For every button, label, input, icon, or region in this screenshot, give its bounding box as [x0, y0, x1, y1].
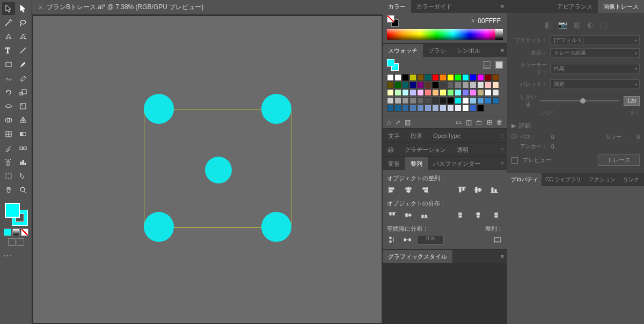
blend-tool[interactable]	[17, 142, 30, 154]
swatch-cell[interactable]	[425, 74, 431, 81]
fill-stroke-picker[interactable]	[0, 198, 32, 249]
swatch-cell[interactable]	[470, 97, 477, 104]
threshold-slider[interactable]	[540, 100, 619, 101]
none-mode-btn[interactable]	[21, 229, 28, 236]
swatch-cell[interactable]	[470, 82, 477, 89]
swatch-cell[interactable]	[417, 82, 424, 89]
swatch-cell[interactable]	[432, 82, 439, 89]
artboard-tool[interactable]	[2, 170, 15, 182]
swatch-cell[interactable]	[402, 74, 409, 81]
swatch-cell[interactable]	[409, 105, 416, 112]
shape-circle[interactable]	[144, 212, 174, 242]
rotate-tool[interactable]	[2, 86, 15, 99]
eyedropper-tool[interactable]	[2, 142, 15, 154]
lasso-tool[interactable]	[17, 16, 30, 29]
eraser-tool[interactable]	[17, 72, 30, 85]
swatch-cell[interactable]	[440, 89, 447, 96]
tab-color-guide[interactable]: カラーガイド	[411, 0, 457, 13]
swatch-options-icon[interactable]: ▥	[405, 119, 411, 126]
swatch-cell[interactable]	[387, 105, 394, 112]
trace-preset-bw-icon[interactable]: ◐	[587, 20, 594, 29]
shape-circle[interactable]	[205, 157, 232, 183]
tab-color[interactable]: カラー	[383, 0, 411, 13]
swatch-cell[interactable]	[477, 89, 484, 96]
gradient-tool[interactable]	[17, 128, 30, 141]
preset-select[interactable]: [デフォルト]	[550, 35, 640, 45]
edit-toolbar-button[interactable]: •••	[0, 249, 32, 262]
swatch-libraries-icon[interactable]: ⌂	[387, 119, 391, 126]
swatch-cell[interactable]	[447, 89, 454, 96]
panel-menu-icon[interactable]: ≡	[501, 160, 504, 167]
trace-preset-outline-icon[interactable]: ▢	[600, 20, 607, 29]
swatch-cell[interactable]	[447, 74, 454, 81]
tab-brushes[interactable]: ブラシ	[423, 44, 451, 57]
swatch-cell[interactable]	[394, 89, 401, 96]
tab-paragraph[interactable]: 段落	[405, 129, 428, 142]
swatch-cell[interactable]	[447, 82, 454, 89]
threshold-value[interactable]: 128	[624, 96, 640, 106]
spacing-input[interactable]: 0 in	[417, 235, 444, 245]
swatch-cell[interactable]	[462, 82, 469, 89]
new-color-group-icon[interactable]: ◫	[466, 119, 472, 126]
swatch-cell[interactable]	[425, 89, 431, 96]
shape-circle[interactable]	[144, 94, 174, 124]
zoom-tool[interactable]	[17, 183, 30, 196]
slice-tool[interactable]	[17, 170, 30, 182]
swatch-cell[interactable]	[485, 82, 492, 89]
swatch-cell[interactable]	[409, 82, 416, 89]
magic-wand-tool[interactable]	[2, 16, 15, 29]
screen-mode-b[interactable]	[17, 238, 24, 246]
dist-top-icon[interactable]	[387, 211, 398, 219]
swatch-cell[interactable]	[432, 105, 439, 112]
panel-menu-icon[interactable]: ≡	[501, 253, 504, 260]
swatch-cell[interactable]	[394, 105, 401, 112]
close-icon[interactable]: ×	[39, 4, 42, 11]
swatch-cell[interactable]	[462, 89, 469, 96]
fill-swatch[interactable]	[5, 203, 20, 218]
color-spectrum[interactable]	[387, 29, 503, 40]
swatch-cell[interactable]	[477, 74, 484, 81]
swatch-cell[interactable]	[477, 82, 484, 89]
trace-preset-photo-icon[interactable]: 📷	[558, 20, 567, 29]
curvature-tool[interactable]	[17, 30, 30, 43]
swatch-cell[interactable]	[455, 97, 462, 104]
align-left-icon[interactable]	[387, 186, 398, 194]
swatch-cell[interactable]	[492, 74, 499, 81]
perspective-tool[interactable]	[17, 114, 30, 127]
tab-transparency[interactable]: 透明	[451, 143, 474, 156]
tab-graphic-styles[interactable]: グラフィックスタイル	[383, 250, 452, 263]
swatch-cell[interactable]	[417, 97, 424, 104]
symbol-sprayer-tool[interactable]	[2, 156, 15, 168]
swatch-cell[interactable]	[447, 97, 454, 104]
align-to-icon[interactable]	[492, 235, 503, 244]
swatch-cell[interactable]	[402, 89, 409, 96]
swatch-cell[interactable]	[394, 74, 401, 81]
tab-appearance[interactable]: アピアランス	[552, 0, 598, 13]
swatch-cell[interactable]	[402, 97, 409, 104]
document-tab[interactable]: × プランBトレース.ai* @ 7.38% (RGB/GPU プレビュー)	[32, 0, 210, 14]
tab-cc-libraries[interactable]: CC ライブラリ	[541, 173, 585, 186]
align-hcenter-icon[interactable]	[403, 186, 414, 194]
swatch-cell[interactable]	[485, 74, 492, 81]
swatch-cell[interactable]	[440, 82, 447, 89]
swatch-cell[interactable]	[470, 89, 477, 96]
swatch-cell[interactable]	[417, 74, 424, 81]
swatch-cell[interactable]	[455, 74, 462, 81]
trace-preset-low-icon[interactable]: ▦	[574, 20, 581, 29]
tab-properties[interactable]: プロパティ	[507, 173, 541, 186]
tab-image-trace[interactable]: 画像トレース	[598, 0, 644, 13]
swatch-cell[interactable]	[394, 97, 401, 104]
swatch-cell[interactable]	[462, 97, 469, 104]
tab-swatches[interactable]: スウォッチ	[383, 44, 423, 57]
swatch-cell[interactable]	[387, 74, 394, 81]
tab-stroke[interactable]: 線	[383, 143, 399, 156]
current-swatch[interactable]	[387, 59, 399, 71]
graph-tool[interactable]	[17, 156, 30, 168]
swatch-cell[interactable]	[485, 97, 492, 104]
color-mode-btn[interactable]	[4, 229, 11, 236]
swatch-cell[interactable]	[492, 82, 499, 89]
swatch-cell[interactable]	[440, 74, 447, 81]
panel-menu-icon[interactable]: ≡	[501, 146, 504, 153]
paintbrush-tool[interactable]	[17, 58, 30, 71]
new-swatch-icon[interactable]: ⊞	[487, 119, 492, 126]
